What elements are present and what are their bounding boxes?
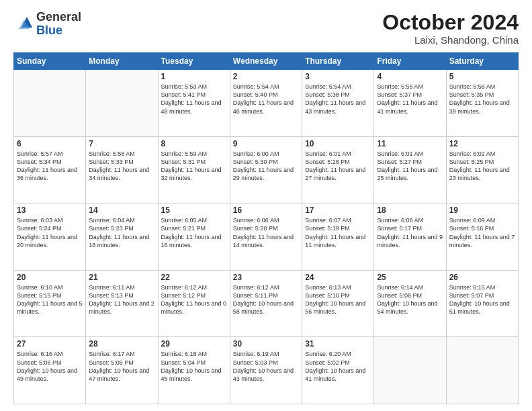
day-header-friday: Friday (374, 53, 446, 70)
day-info: Sunrise: 6:12 AM Sunset: 5:11 PM Dayligh… (233, 283, 299, 316)
calendar-week-row: 6Sunrise: 5:57 AM Sunset: 5:34 PM Daylig… (14, 136, 519, 203)
day-info: Sunrise: 6:11 AM Sunset: 5:13 PM Dayligh… (89, 283, 154, 316)
calendar-cell: 10Sunrise: 6:01 AM Sunset: 5:28 PM Dayli… (302, 136, 374, 203)
day-info: Sunrise: 6:01 AM Sunset: 5:28 PM Dayligh… (305, 150, 371, 183)
logo-icon (13, 14, 34, 34)
calendar-cell: 24Sunrise: 6:13 AM Sunset: 5:10 PM Dayli… (302, 270, 374, 337)
calendar-cell: 23Sunrise: 6:12 AM Sunset: 5:11 PM Dayli… (230, 270, 302, 337)
day-info: Sunrise: 6:00 AM Sunset: 5:30 PM Dayligh… (233, 150, 299, 183)
day-info: Sunrise: 6:07 AM Sunset: 5:19 PM Dayligh… (305, 216, 371, 249)
calendar-cell: 13Sunrise: 6:03 AM Sunset: 5:24 PM Dayli… (14, 203, 86, 271)
location: Laixi, Shandong, China (382, 34, 519, 46)
calendar-cell: 16Sunrise: 6:06 AM Sunset: 5:20 PM Dayli… (230, 203, 302, 271)
day-info: Sunrise: 6:16 AM Sunset: 5:06 PM Dayligh… (17, 350, 83, 383)
day-header-monday: Monday (86, 53, 158, 70)
day-info: Sunrise: 5:55 AM Sunset: 5:37 PM Dayligh… (377, 83, 443, 116)
day-number: 12 (449, 139, 515, 148)
day-info: Sunrise: 6:20 AM Sunset: 5:02 PM Dayligh… (305, 350, 371, 383)
day-info: Sunrise: 6:09 AM Sunset: 5:16 PM Dayligh… (449, 216, 515, 249)
day-header-tuesday: Tuesday (158, 53, 230, 70)
day-number: 20 (17, 273, 83, 282)
day-number: 6 (17, 139, 83, 148)
day-number: 22 (161, 273, 227, 282)
day-number: 1 (161, 72, 227, 81)
calendar-cell: 8Sunrise: 5:59 AM Sunset: 5:31 PM Daylig… (158, 136, 230, 203)
calendar-cell: 22Sunrise: 6:12 AM Sunset: 5:12 PM Dayli… (158, 270, 230, 337)
calendar-cell (446, 337, 518, 404)
day-number: 25 (377, 273, 443, 282)
day-number: 2 (233, 72, 299, 81)
day-info: Sunrise: 6:14 AM Sunset: 5:08 PM Dayligh… (377, 283, 443, 316)
calendar-week-row: 27Sunrise: 6:16 AM Sunset: 5:06 PM Dayli… (14, 337, 519, 404)
calendar-week-row: 20Sunrise: 6:10 AM Sunset: 5:15 PM Dayli… (14, 270, 519, 337)
day-info: Sunrise: 5:56 AM Sunset: 5:35 PM Dayligh… (449, 83, 515, 116)
day-info: Sunrise: 5:59 AM Sunset: 5:31 PM Dayligh… (161, 150, 227, 183)
calendar-cell: 4Sunrise: 5:55 AM Sunset: 5:37 PM Daylig… (374, 70, 446, 137)
calendar-cell (86, 70, 158, 137)
day-number: 31 (305, 339, 371, 349)
day-info: Sunrise: 5:54 AM Sunset: 5:40 PM Dayligh… (233, 83, 299, 116)
day-number: 24 (305, 273, 371, 282)
calendar-cell: 20Sunrise: 6:10 AM Sunset: 5:15 PM Dayli… (14, 270, 86, 337)
day-number: 30 (233, 339, 299, 349)
day-number: 29 (161, 339, 227, 349)
calendar-cell (374, 337, 446, 404)
calendar-cell: 7Sunrise: 5:58 AM Sunset: 5:33 PM Daylig… (86, 136, 158, 203)
calendar-header-row: SundayMondayTuesdayWednesdayThursdayFrid… (14, 53, 519, 70)
day-header-saturday: Saturday (446, 53, 518, 70)
calendar-table: SundayMondayTuesdayWednesdayThursdayFrid… (13, 52, 519, 404)
calendar-cell: 12Sunrise: 6:02 AM Sunset: 5:25 PM Dayli… (446, 136, 518, 203)
logo: General Blue (13, 11, 81, 38)
day-number: 26 (449, 273, 515, 282)
calendar-cell: 15Sunrise: 6:05 AM Sunset: 5:21 PM Dayli… (158, 203, 230, 271)
day-info: Sunrise: 6:08 AM Sunset: 5:17 PM Dayligh… (377, 216, 443, 249)
day-number: 11 (377, 139, 443, 148)
day-info: Sunrise: 6:04 AM Sunset: 5:23 PM Dayligh… (89, 216, 154, 249)
day-info: Sunrise: 6:05 AM Sunset: 5:21 PM Dayligh… (161, 216, 227, 249)
day-number: 8 (161, 139, 227, 148)
day-number: 27 (17, 339, 83, 349)
title-block: October 2024 Laixi, Shandong, China (382, 11, 519, 46)
calendar-cell (14, 70, 86, 137)
day-info: Sunrise: 6:12 AM Sunset: 5:12 PM Dayligh… (161, 283, 227, 316)
calendar-cell: 14Sunrise: 6:04 AM Sunset: 5:23 PM Dayli… (86, 203, 158, 271)
day-number: 16 (233, 205, 299, 215)
day-info: Sunrise: 5:58 AM Sunset: 5:33 PM Dayligh… (89, 150, 154, 183)
calendar-week-row: 13Sunrise: 6:03 AM Sunset: 5:24 PM Dayli… (14, 203, 519, 271)
calendar-cell: 3Sunrise: 5:54 AM Sunset: 5:38 PM Daylig… (302, 70, 374, 137)
day-number: 13 (17, 205, 83, 215)
calendar-cell: 5Sunrise: 5:56 AM Sunset: 5:35 PM Daylig… (446, 70, 518, 137)
day-header-wednesday: Wednesday (230, 53, 302, 70)
day-info: Sunrise: 6:01 AM Sunset: 5:27 PM Dayligh… (377, 150, 443, 183)
calendar-cell: 21Sunrise: 6:11 AM Sunset: 5:13 PM Dayli… (86, 270, 158, 337)
day-number: 14 (89, 205, 154, 215)
calendar-cell: 2Sunrise: 5:54 AM Sunset: 5:40 PM Daylig… (230, 70, 302, 137)
day-info: Sunrise: 6:06 AM Sunset: 5:20 PM Dayligh… (233, 216, 299, 249)
day-info: Sunrise: 6:15 AM Sunset: 5:07 PM Dayligh… (449, 283, 515, 316)
day-info: Sunrise: 5:57 AM Sunset: 5:34 PM Dayligh… (17, 150, 83, 183)
day-number: 3 (305, 72, 371, 81)
logo-blue-text: Blue (36, 24, 62, 37)
calendar-cell: 25Sunrise: 6:14 AM Sunset: 5:08 PM Dayli… (374, 270, 446, 337)
day-number: 10 (305, 139, 371, 148)
day-number: 28 (89, 339, 154, 349)
calendar-cell: 6Sunrise: 5:57 AM Sunset: 5:34 PM Daylig… (14, 136, 86, 203)
calendar-cell: 29Sunrise: 6:18 AM Sunset: 5:04 PM Dayli… (158, 337, 230, 404)
day-header-sunday: Sunday (14, 53, 86, 70)
day-header-thursday: Thursday (302, 53, 374, 70)
calendar-cell: 26Sunrise: 6:15 AM Sunset: 5:07 PM Dayli… (446, 270, 518, 337)
calendar-cell: 11Sunrise: 6:01 AM Sunset: 5:27 PM Dayli… (374, 136, 446, 203)
day-number: 17 (305, 205, 371, 215)
day-info: Sunrise: 6:10 AM Sunset: 5:15 PM Dayligh… (17, 283, 83, 316)
day-number: 15 (161, 205, 227, 215)
calendar-cell: 19Sunrise: 6:09 AM Sunset: 5:16 PM Dayli… (446, 203, 518, 271)
calendar-cell: 18Sunrise: 6:08 AM Sunset: 5:17 PM Dayli… (374, 203, 446, 271)
day-number: 19 (449, 205, 515, 215)
day-info: Sunrise: 6:03 AM Sunset: 5:24 PM Dayligh… (17, 216, 83, 249)
day-info: Sunrise: 6:17 AM Sunset: 5:05 PM Dayligh… (89, 350, 154, 383)
month-title: October 2024 (382, 11, 519, 34)
day-number: 5 (449, 72, 515, 81)
day-info: Sunrise: 6:02 AM Sunset: 5:25 PM Dayligh… (449, 150, 515, 183)
day-info: Sunrise: 6:13 AM Sunset: 5:10 PM Dayligh… (305, 283, 371, 316)
day-number: 18 (377, 205, 443, 215)
